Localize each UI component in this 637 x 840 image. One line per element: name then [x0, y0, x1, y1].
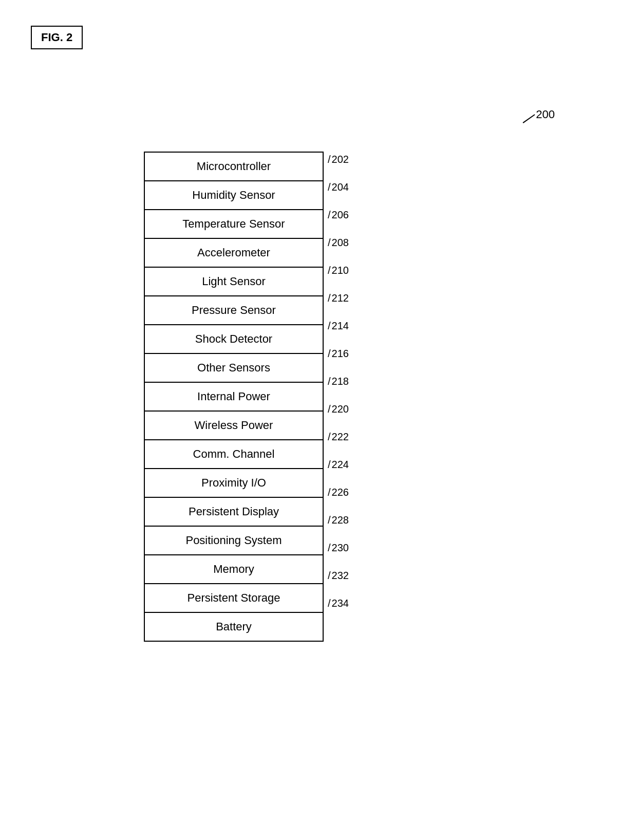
ref-label: 224: [328, 457, 364, 484]
component-box: Positioning System: [144, 526, 324, 554]
component-box: Light Sensor: [144, 267, 324, 295]
component-box: Comm. Channel: [144, 439, 324, 468]
component-box: Pressure Sensor: [144, 295, 324, 324]
ref-label: 220: [328, 401, 364, 429]
ref-label: 218: [328, 374, 364, 401]
ref-label: 222: [328, 429, 364, 457]
component-box: Humidity Sensor: [144, 180, 324, 209]
component-box: Persistent Display: [144, 497, 324, 526]
ref-label: 228: [328, 512, 364, 540]
component-box: Accelerometer: [144, 238, 324, 267]
component-box: Temperature Sensor: [144, 209, 324, 238]
component-box: Microcontroller: [144, 152, 324, 180]
ref-label: 212: [328, 290, 364, 318]
component-box: Other Sensors: [144, 353, 324, 382]
component-box: Proximity I/O: [144, 468, 324, 497]
component-box: Memory: [144, 554, 324, 583]
ref-label: 226: [328, 484, 364, 512]
ref-label: 208: [328, 235, 364, 263]
component-box-stack: MicrocontrollerHumidity SensorTemperatur…: [144, 152, 324, 642]
component-box: Internal Power: [144, 382, 324, 410]
component-box: Battery: [144, 612, 324, 642]
ref-label: 210: [328, 263, 364, 290]
ref-label: 214: [328, 318, 364, 346]
ref-label: 232: [328, 568, 364, 595]
diagram: MicrocontrollerHumidity SensorTemperatur…: [144, 152, 364, 642]
ref-label-stack: 2022042062082102122142162182202222242262…: [328, 152, 364, 623]
ref-label: 202: [328, 152, 364, 179]
ref-label: 234: [328, 595, 364, 623]
figure-label: FIG. 2: [31, 26, 83, 49]
component-box: Shock Detector: [144, 324, 324, 353]
component-box: Persistent Storage: [144, 583, 324, 612]
ref-label: 230: [328, 540, 364, 568]
ref-label: 216: [328, 346, 364, 374]
component-box: Wireless Power: [144, 410, 324, 439]
ref-label: 204: [328, 179, 364, 207]
ref-label: 206: [328, 207, 364, 235]
ref-200-label: 200: [536, 108, 555, 121]
